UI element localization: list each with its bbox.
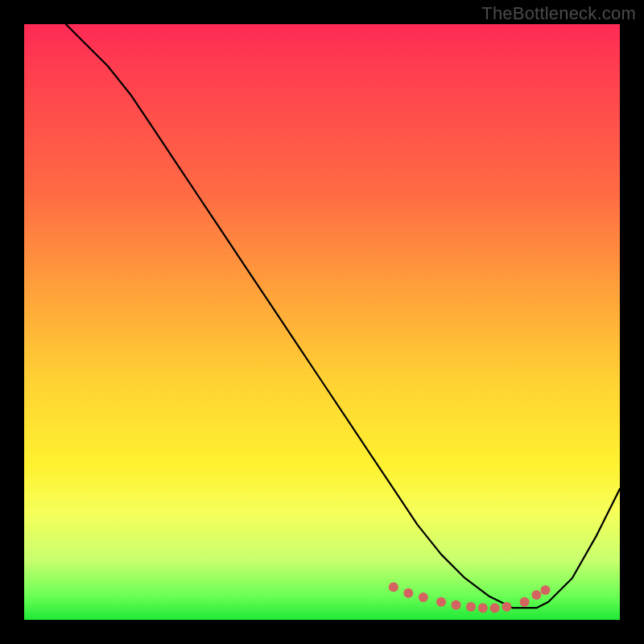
plot-area [24, 24, 620, 620]
highlight-dot [541, 585, 551, 595]
highlight-dot [403, 588, 413, 598]
highlight-dot [478, 603, 488, 613]
watermark-text: TheBottleneck.com [481, 3, 636, 24]
highlight-dot [419, 592, 428, 602]
highlight-dot [466, 602, 476, 612]
highlight-dot [436, 597, 446, 607]
highlight-dot [452, 601, 461, 610]
highlight-dot [490, 603, 500, 613]
chart-svg [24, 24, 620, 620]
bottleneck-curve [66, 24, 620, 608]
highlight-dot [502, 602, 511, 612]
highlight-dot [531, 590, 541, 600]
highlight-dot [520, 597, 530, 607]
chart-frame: TheBottleneck.com [0, 0, 644, 644]
highlight-dot [389, 582, 398, 592]
